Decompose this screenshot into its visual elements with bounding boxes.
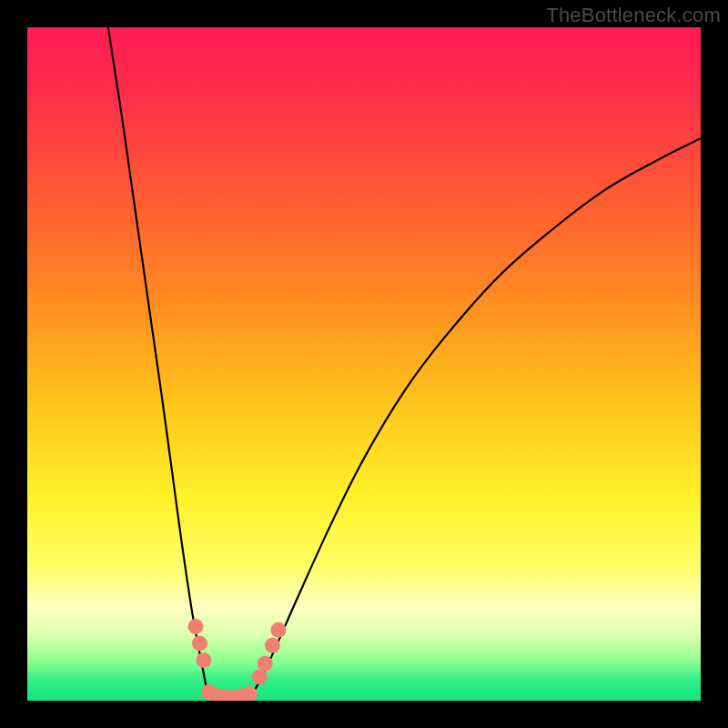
data-marker bbox=[258, 656, 273, 672]
chart-svg bbox=[27, 27, 701, 701]
data-marker bbox=[271, 622, 287, 638]
data-marker bbox=[196, 652, 211, 668]
plot-area bbox=[27, 27, 701, 701]
data-marker bbox=[192, 636, 207, 652]
chart-frame: TheBottleneck.com bbox=[0, 0, 728, 728]
gradient-background bbox=[27, 27, 701, 701]
data-marker bbox=[252, 670, 268, 685]
data-marker bbox=[265, 638, 280, 653]
watermark-text: TheBottleneck.com bbox=[546, 4, 721, 27]
data-marker bbox=[188, 619, 204, 634]
